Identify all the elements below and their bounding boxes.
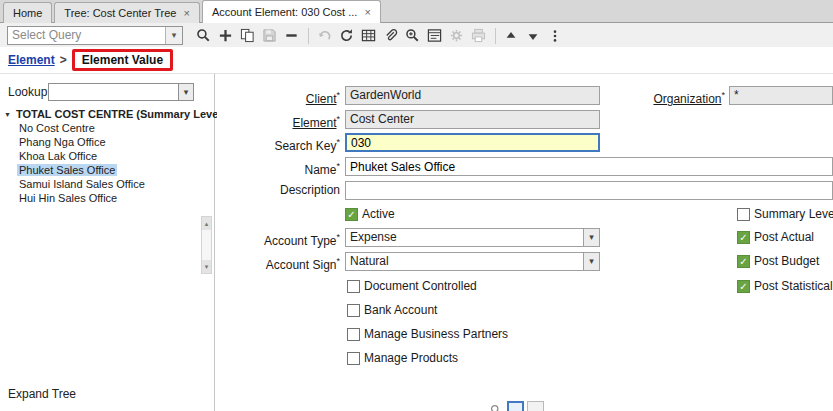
- chevron-down-icon[interactable]: ▾: [583, 229, 599, 246]
- chevron-down-icon[interactable]: ▾: [179, 83, 194, 101]
- tree-item-selected[interactable]: Phuket Sales Office: [0, 163, 200, 177]
- bank-account-checkbox[interactable]: [347, 304, 360, 317]
- document-controlled-label: Document Controlled: [364, 277, 477, 296]
- magnifier-icon: [490, 404, 502, 411]
- form-row-search-key: Search Key*: [217, 133, 833, 152]
- tab-home[interactable]: Home: [3, 2, 52, 23]
- account-sign-select[interactable]: Natural ▾: [345, 252, 600, 271]
- manage-business-partners-checkbox[interactable]: [347, 328, 360, 341]
- tree-item[interactable]: ▼TOTAL COST CENTRE (Summary Level): [0, 107, 200, 121]
- post-statistical-label: Post Statistical: [754, 277, 833, 296]
- report-button[interactable]: [424, 26, 444, 46]
- document-controlled-checkbox[interactable]: [347, 280, 360, 293]
- active-checkbox[interactable]: [345, 208, 358, 221]
- zoom-icon: [405, 28, 420, 43]
- tree-item[interactable]: Phang Nga Office: [0, 135, 200, 149]
- select-query-combo[interactable]: Select Query ▾: [7, 26, 183, 45]
- toolbar-separator: [495, 28, 496, 44]
- account-type-value: Expense: [346, 229, 583, 246]
- post-budget-checkbox[interactable]: [737, 255, 750, 268]
- summary-level-checkbox[interactable]: [737, 208, 750, 221]
- copy-record-button[interactable]: [237, 26, 257, 46]
- summary-level-label: Summary Level: [754, 205, 833, 224]
- copy-icon: [240, 28, 255, 43]
- refresh-icon: [339, 28, 354, 43]
- tab-tree-cost-center[interactable]: Tree: Cost Center Tree ×: [54, 2, 200, 23]
- tree-item[interactable]: Hui Hin Sales Office: [0, 191, 200, 205]
- detail-record-button[interactable]: [523, 26, 543, 46]
- scroll-up-icon[interactable]: ▴: [202, 217, 211, 230]
- name-input[interactable]: [345, 157, 833, 176]
- close-icon[interactable]: ×: [364, 6, 370, 18]
- zoom-across-button[interactable]: [402, 26, 422, 46]
- delete-record-button[interactable]: [281, 26, 301, 46]
- save-icon: [262, 28, 277, 43]
- breadcrumb: Element > Element Value: [0, 47, 833, 74]
- form-row-account-sign: Account Sign* Natural ▾ Post Budget: [217, 252, 833, 271]
- client-field: GardenWorld: [345, 86, 600, 105]
- form-row-account-type: Account Type* Expense ▾ Post Actual: [217, 228, 833, 247]
- post-actual-checkbox[interactable]: [737, 231, 750, 244]
- post-actual-label: Post Actual: [754, 228, 814, 247]
- minus-icon: [284, 28, 299, 43]
- tree-item[interactable]: Samui Island Sales Office: [0, 177, 200, 191]
- attachment-button[interactable]: [380, 26, 400, 46]
- collapse-icon[interactable]: ▼: [4, 111, 11, 118]
- arrow-down-icon: [526, 29, 540, 43]
- form-row-manage-products: Manage Products: [217, 349, 833, 368]
- report-icon: [427, 28, 442, 43]
- close-icon[interactable]: ×: [183, 7, 189, 19]
- annotation-box: Element Value: [72, 49, 173, 71]
- paperclip-icon: [383, 28, 398, 43]
- form-row-element: Element* Cost Center: [217, 110, 833, 129]
- grid-toggle-button[interactable]: [358, 26, 378, 46]
- breadcrumb-current: Element Value: [82, 53, 163, 67]
- chevron-down-icon[interactable]: ▾: [165, 27, 182, 44]
- bank-account-label: Bank Account: [364, 301, 437, 320]
- tab-label: Home: [13, 7, 42, 19]
- tree-item[interactable]: Khoa Lak Office: [0, 149, 200, 163]
- breadcrumb-separator: >: [60, 53, 67, 67]
- tab-account-element[interactable]: Account Element: 030 Cost ... ×: [202, 0, 381, 23]
- organization-field: *: [729, 86, 833, 105]
- account-type-select[interactable]: Expense ▾: [345, 228, 600, 247]
- find-button[interactable]: [193, 26, 213, 46]
- post-statistical-checkbox[interactable]: [737, 280, 750, 293]
- account-sign-label: Account Sign*: [217, 252, 340, 275]
- form-row-active: Active Summary Level: [217, 205, 833, 224]
- tree-panel: Lookup: ▾ ▼TOTAL COST CENTRE (Summary Le…: [0, 74, 215, 411]
- lookup-row: Lookup: ▾: [8, 83, 194, 101]
- tree-scrollbar[interactable]: ▴ ▾: [201, 216, 212, 274]
- refresh-button[interactable]: [336, 26, 356, 46]
- print-button: [468, 26, 488, 46]
- form-row-manage-business-partners: Manage Business Partners: [217, 325, 833, 344]
- lookup-input[interactable]: [48, 83, 179, 101]
- scroll-down-icon[interactable]: ▾: [202, 260, 211, 273]
- toolbar: Select Query ▾: [0, 23, 833, 49]
- form-row-client: Client* GardenWorld Organization* *: [217, 86, 833, 105]
- search-key-input[interactable]: [345, 133, 600, 152]
- element-label: Element*: [217, 110, 340, 133]
- tree-item[interactable]: No Cost Centre: [0, 121, 200, 135]
- parent-record-button[interactable]: [501, 26, 521, 46]
- manage-products-label: Manage Products: [364, 349, 458, 368]
- more-actions-button[interactable]: [545, 26, 565, 46]
- new-record-button[interactable]: [215, 26, 235, 46]
- expand-tree-button[interactable]: Expand Tree: [8, 387, 76, 401]
- tab-label: Account Element: 030 Cost ...: [212, 6, 358, 18]
- description-label: Description: [217, 181, 340, 200]
- partial-toolbar-button[interactable]: [487, 401, 504, 411]
- gear-icon: [449, 28, 464, 43]
- tab-label: Tree: Cost Center Tree: [64, 7, 176, 19]
- partial-toolbar-button[interactable]: [527, 401, 544, 411]
- scrollbar-track[interactable]: [202, 230, 211, 260]
- save-button: [259, 26, 279, 46]
- breadcrumb-element-link[interactable]: Element: [8, 53, 55, 67]
- manage-products-checkbox[interactable]: [347, 352, 360, 365]
- undo-icon: [317, 28, 332, 43]
- form-row-bank-account: Bank Account: [217, 301, 833, 320]
- lookup-label: Lookup:: [8, 85, 48, 99]
- description-input[interactable]: [345, 181, 833, 200]
- chevron-down-icon[interactable]: ▾: [583, 253, 599, 270]
- partial-toolbar-button-active[interactable]: [507, 401, 524, 411]
